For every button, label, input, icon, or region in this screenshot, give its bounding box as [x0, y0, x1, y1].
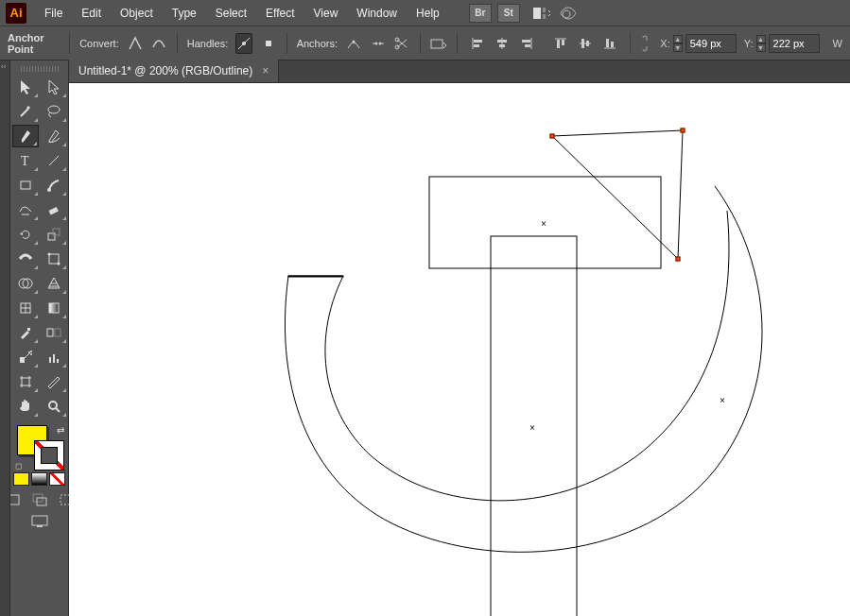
- svg-point-8: [378, 42, 381, 44]
- isolate-icon[interactable]: [430, 33, 447, 54]
- menu-help[interactable]: Help: [408, 3, 448, 24]
- align-bottom-icon[interactable]: [599, 33, 620, 54]
- tool-gradient[interactable]: [41, 297, 67, 319]
- convert-corner-icon[interactable]: [127, 33, 144, 54]
- svg-line-58: [56, 408, 60, 412]
- align-group: [467, 33, 620, 54]
- menu-file[interactable]: File: [36, 3, 71, 24]
- menu-select[interactable]: Select: [207, 3, 255, 24]
- x-spinner[interactable]: ▲▼: [673, 35, 683, 52]
- tool-column-graph[interactable]: [41, 346, 67, 368]
- tool-eyedropper[interactable]: [12, 321, 39, 344]
- menu-edit[interactable]: Edit: [73, 3, 110, 24]
- svg-rect-19: [522, 40, 530, 43]
- tool-shape-builder[interactable]: [12, 272, 39, 295]
- close-tab-icon[interactable]: ×: [262, 64, 269, 77]
- tool-line[interactable]: [41, 149, 67, 172]
- y-label: Y:: [744, 38, 754, 49]
- stock-button[interactable]: St: [497, 4, 520, 23]
- x-input[interactable]: [685, 34, 737, 53]
- tool-shaper[interactable]: [12, 198, 39, 221]
- tool-pen[interactable]: [12, 125, 39, 147]
- bridge-button[interactable]: Br: [469, 4, 492, 23]
- svg-rect-46: [27, 328, 30, 331]
- tool-width[interactable]: [12, 248, 39, 270]
- collapsed-dock[interactable]: ‹‹: [0, 60, 10, 616]
- svg-point-52: [30, 351, 32, 352]
- tool-free-transform[interactable]: [41, 248, 67, 270]
- svg-marker-67: [552, 130, 683, 259]
- tool-hand[interactable]: [12, 395, 39, 418]
- document-tab-bar: Untitled-1* @ 200% (RGB/Outline) ×: [69, 60, 850, 83]
- document-tab[interactable]: Untitled-1* @ 200% (RGB/Outline) ×: [69, 60, 279, 82]
- color-mode-gradient[interactable]: [31, 472, 47, 486]
- color-mode-none[interactable]: [49, 472, 65, 486]
- stroke-swatch[interactable]: [34, 440, 64, 471]
- align-hcenter-icon[interactable]: [492, 33, 512, 54]
- svg-rect-5: [266, 41, 271, 46]
- anchor-point[interactable]: [681, 128, 685, 133]
- color-mode-solid[interactable]: [13, 472, 29, 486]
- svg-rect-1: [543, 8, 546, 12]
- tool-blend[interactable]: [41, 321, 67, 344]
- svg-point-57: [49, 402, 57, 409]
- gpu-preview-icon[interactable]: [558, 5, 579, 22]
- svg-rect-13: [474, 40, 482, 43]
- menu-object[interactable]: Object: [112, 3, 162, 24]
- tool-lasso[interactable]: [41, 100, 67, 123]
- handles-label: Handles:: [187, 38, 228, 49]
- svg-point-40: [47, 253, 50, 256]
- fill-stroke-swatches[interactable]: ⇄ ◻: [13, 423, 66, 471]
- menu-window[interactable]: Window: [348, 3, 406, 24]
- tool-rectangle[interactable]: [12, 174, 39, 197]
- y-input[interactable]: [769, 34, 820, 53]
- tool-scale[interactable]: [41, 223, 67, 246]
- tool-perspective[interactable]: [41, 272, 67, 295]
- canvas[interactable]: × × ×: [69, 83, 850, 616]
- cut-path-icon[interactable]: [393, 33, 410, 54]
- screen-mode-icon[interactable]: [26, 512, 53, 531]
- y-spinner[interactable]: ▲▼: [756, 35, 766, 52]
- align-top-icon[interactable]: [550, 33, 571, 54]
- svg-point-42: [19, 279, 28, 288]
- tool-artboard[interactable]: [12, 370, 39, 393]
- center-mark: ×: [541, 218, 546, 229]
- svg-rect-34: [21, 181, 30, 189]
- handles-show-icon[interactable]: [235, 33, 252, 54]
- align-right-icon[interactable]: [516, 33, 537, 54]
- tool-mesh[interactable]: [12, 297, 39, 319]
- convert-smooth-icon[interactable]: [150, 33, 167, 54]
- tool-paintbrush[interactable]: [41, 174, 67, 197]
- tool-direct-selection[interactable]: [41, 76, 67, 98]
- menu-view[interactable]: View: [305, 3, 347, 24]
- svg-rect-63: [32, 516, 47, 525]
- anchor-point[interactable]: [550, 134, 555, 139]
- tool-selection[interactable]: [12, 76, 39, 98]
- menu-type[interactable]: Type: [164, 3, 205, 24]
- draw-behind-icon[interactable]: [28, 491, 51, 508]
- tool-eraser[interactable]: [41, 198, 67, 221]
- align-left-icon[interactable]: [467, 33, 488, 54]
- tool-magic-wand[interactable]: [12, 100, 39, 123]
- default-fill-stroke-icon[interactable]: ◻: [15, 461, 22, 471]
- align-vcenter-icon[interactable]: [575, 33, 596, 54]
- tool-slice[interactable]: [41, 370, 67, 393]
- arrange-documents-icon[interactable]: [531, 5, 552, 22]
- tool-zoom[interactable]: [41, 395, 67, 418]
- remove-anchor-icon[interactable]: [345, 33, 362, 54]
- center-mark: ×: [529, 422, 535, 433]
- link-wh-icon[interactable]: [639, 35, 651, 52]
- tool-symbol-sprayer[interactable]: [12, 346, 39, 368]
- menu-effect[interactable]: Effect: [257, 3, 303, 24]
- document-tab-title: Untitled-1* @ 200% (RGB/Outline): [78, 64, 252, 77]
- swap-fill-stroke-icon[interactable]: ⇄: [57, 425, 64, 436]
- tool-type[interactable]: T: [12, 149, 39, 172]
- tool-rotate[interactable]: [12, 223, 39, 246]
- convert-label: Convert:: [79, 38, 119, 49]
- connect-anchors-icon[interactable]: [370, 33, 387, 54]
- svg-line-4: [238, 38, 250, 49]
- anchor-point[interactable]: [676, 257, 681, 262]
- tool-curvature[interactable]: [41, 125, 67, 147]
- toolbox-grip[interactable]: [21, 66, 59, 72]
- handles-hide-icon[interactable]: [260, 33, 277, 54]
